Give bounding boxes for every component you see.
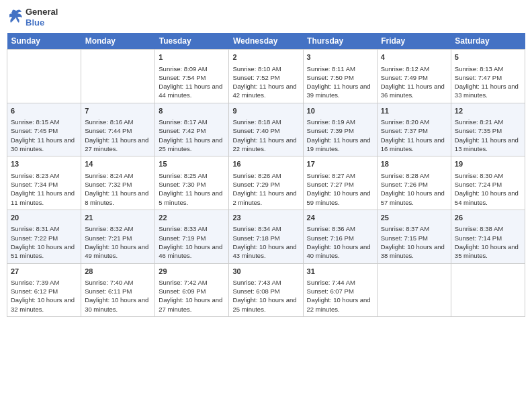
day-info: Sunrise: 7:43 AMSunset: 6:08 PMDaylight:…: [232, 278, 299, 314]
day-number: 13: [11, 159, 77, 169]
day-number: 23: [232, 213, 299, 223]
day-number: 31: [307, 267, 373, 277]
day-info: Sunrise: 8:13 AMSunset: 7:47 PMDaylight:…: [455, 64, 521, 100]
day-info: Sunrise: 8:23 AMSunset: 7:34 PMDaylight:…: [11, 171, 77, 207]
calendar-cell: 1Sunrise: 8:09 AMSunset: 7:54 PMDaylight…: [155, 50, 229, 103]
calendar-cell: 4Sunrise: 8:12 AMSunset: 7:49 PMDaylight…: [377, 50, 451, 103]
day-info: Sunrise: 8:19 AMSunset: 7:39 PMDaylight:…: [307, 118, 373, 153]
weekday-header-row: SundayMondayTuesdayWednesdayThursdayFrid…: [7, 33, 525, 50]
day-number: 29: [159, 267, 225, 277]
day-number: 30: [232, 267, 299, 277]
calendar-cell: 24Sunrise: 8:36 AMSunset: 7:16 PMDayligh…: [303, 210, 377, 263]
day-number: 17: [307, 159, 373, 169]
calendar-cell: [377, 263, 451, 317]
day-info: Sunrise: 8:17 AMSunset: 7:42 PMDaylight:…: [159, 118, 225, 153]
calendar-cell: 19Sunrise: 8:30 AMSunset: 7:24 PMDayligh…: [451, 156, 525, 210]
day-info: Sunrise: 8:24 AMSunset: 7:32 PMDaylight:…: [85, 171, 151, 207]
day-number: 3: [307, 52, 373, 62]
calendar-cell: 23Sunrise: 8:34 AMSunset: 7:18 PMDayligh…: [229, 210, 303, 263]
calendar-cell: 13Sunrise: 8:23 AMSunset: 7:34 PMDayligh…: [7, 156, 81, 210]
day-number: 4: [381, 52, 447, 62]
logo-text: General Blue: [26, 7, 58, 28]
calendar-week-1: 6Sunrise: 8:15 AMSunset: 7:45 PMDaylight…: [7, 103, 525, 156]
calendar-cell: 20Sunrise: 8:31 AMSunset: 7:22 PMDayligh…: [7, 210, 81, 263]
logo-line2: Blue: [26, 17, 58, 28]
day-number: 25: [381, 213, 447, 223]
day-number: 7: [85, 106, 151, 116]
calendar-cell: 8Sunrise: 8:17 AMSunset: 7:42 PMDaylight…: [155, 103, 229, 156]
day-info: Sunrise: 7:44 AMSunset: 6:07 PMDaylight:…: [307, 278, 373, 314]
day-info: Sunrise: 8:33 AMSunset: 7:19 PMDaylight:…: [159, 224, 225, 260]
day-info: Sunrise: 8:12 AMSunset: 7:49 PMDaylight:…: [381, 64, 447, 100]
calendar-cell: 17Sunrise: 8:27 AMSunset: 7:27 PMDayligh…: [303, 156, 377, 210]
day-number: 19: [455, 159, 521, 169]
day-info: Sunrise: 8:18 AMSunset: 7:40 PMDaylight:…: [232, 118, 299, 153]
day-number: 6: [11, 106, 77, 116]
day-info: Sunrise: 8:09 AMSunset: 7:54 PMDaylight:…: [159, 64, 225, 100]
day-number: 21: [85, 213, 151, 223]
day-info: Sunrise: 8:10 AMSunset: 7:52 PMDaylight:…: [232, 64, 299, 100]
day-info: Sunrise: 8:38 AMSunset: 7:14 PMDaylight:…: [455, 224, 521, 260]
calendar-cell: 22Sunrise: 8:33 AMSunset: 7:19 PMDayligh…: [155, 210, 229, 263]
weekday-header-sunday: Sunday: [7, 33, 81, 50]
day-number: 20: [11, 213, 77, 223]
calendar-header: SundayMondayTuesdayWednesdayThursdayFrid…: [7, 33, 525, 50]
day-number: 10: [307, 106, 373, 116]
calendar-cell: 7Sunrise: 8:16 AMSunset: 7:44 PMDaylight…: [81, 103, 155, 156]
calendar-cell: [81, 50, 155, 103]
weekday-header-wednesday: Wednesday: [229, 33, 303, 50]
day-info: Sunrise: 8:21 AMSunset: 7:35 PMDaylight:…: [455, 118, 521, 153]
day-info: Sunrise: 8:34 AMSunset: 7:18 PMDaylight:…: [232, 224, 299, 260]
calendar-cell: 25Sunrise: 8:37 AMSunset: 7:15 PMDayligh…: [377, 210, 451, 263]
logo-bird-icon: [9, 8, 23, 27]
day-info: Sunrise: 8:16 AMSunset: 7:44 PMDaylight:…: [85, 118, 151, 153]
calendar-cell: 10Sunrise: 8:19 AMSunset: 7:39 PMDayligh…: [303, 103, 377, 156]
calendar-cell: 9Sunrise: 8:18 AMSunset: 7:40 PMDaylight…: [229, 103, 303, 156]
day-info: Sunrise: 8:27 AMSunset: 7:27 PMDaylight:…: [307, 171, 373, 207]
page-header: General Blue: [7, 7, 525, 28]
day-number: 24: [307, 213, 373, 223]
day-number: 14: [85, 159, 151, 169]
day-number: 22: [159, 213, 225, 223]
day-info: Sunrise: 8:37 AMSunset: 7:15 PMDaylight:…: [381, 224, 447, 260]
calendar-cell: [451, 263, 525, 317]
calendar-week-4: 27Sunrise: 7:39 AMSunset: 6:12 PMDayligh…: [7, 263, 525, 317]
day-info: Sunrise: 7:42 AMSunset: 6:09 PMDaylight:…: [159, 278, 225, 314]
calendar-cell: 12Sunrise: 8:21 AMSunset: 7:35 PMDayligh…: [451, 103, 525, 156]
day-info: Sunrise: 8:28 AMSunset: 7:26 PMDaylight:…: [381, 171, 447, 207]
logo: General Blue: [9, 7, 58, 28]
calendar-cell: 14Sunrise: 8:24 AMSunset: 7:32 PMDayligh…: [81, 156, 155, 210]
day-number: 9: [232, 106, 299, 116]
day-number: 12: [455, 106, 521, 116]
day-info: Sunrise: 8:36 AMSunset: 7:16 PMDaylight:…: [307, 224, 373, 260]
day-number: 27: [11, 267, 77, 277]
calendar-week-3: 20Sunrise: 8:31 AMSunset: 7:22 PMDayligh…: [7, 210, 525, 263]
day-info: Sunrise: 8:32 AMSunset: 7:21 PMDaylight:…: [85, 224, 151, 260]
calendar-cell: 21Sunrise: 8:32 AMSunset: 7:21 PMDayligh…: [81, 210, 155, 263]
calendar-cell: 5Sunrise: 8:13 AMSunset: 7:47 PMDaylight…: [451, 50, 525, 103]
calendar-cell: 18Sunrise: 8:28 AMSunset: 7:26 PMDayligh…: [377, 156, 451, 210]
weekday-header-thursday: Thursday: [303, 33, 377, 50]
day-number: 16: [232, 159, 299, 169]
day-info: Sunrise: 7:39 AMSunset: 6:12 PMDaylight:…: [11, 278, 77, 314]
day-number: 1: [159, 52, 225, 62]
day-info: Sunrise: 8:26 AMSunset: 7:29 PMDaylight:…: [232, 171, 299, 207]
calendar-cell: 2Sunrise: 8:10 AMSunset: 7:52 PMDaylight…: [229, 50, 303, 103]
weekday-header-tuesday: Tuesday: [155, 33, 229, 50]
calendar-cell: 6Sunrise: 8:15 AMSunset: 7:45 PMDaylight…: [7, 103, 81, 156]
day-number: 2: [232, 52, 299, 62]
calendar-table: SundayMondayTuesdayWednesdayThursdayFrid…: [7, 33, 525, 317]
day-number: 26: [455, 213, 521, 223]
day-info: Sunrise: 8:20 AMSunset: 7:37 PMDaylight:…: [381, 118, 447, 153]
day-number: 11: [381, 106, 447, 116]
day-info: Sunrise: 8:25 AMSunset: 7:30 PMDaylight:…: [159, 171, 225, 207]
day-number: 8: [159, 106, 225, 116]
calendar-cell: 3Sunrise: 8:11 AMSunset: 7:50 PMDaylight…: [303, 50, 377, 103]
day-number: 15: [159, 159, 225, 169]
calendar-cell: 15Sunrise: 8:25 AMSunset: 7:30 PMDayligh…: [155, 156, 229, 210]
weekday-header-friday: Friday: [377, 33, 451, 50]
calendar-cell: 31Sunrise: 7:44 AMSunset: 6:07 PMDayligh…: [303, 263, 377, 317]
day-info: Sunrise: 8:31 AMSunset: 7:22 PMDaylight:…: [11, 224, 77, 260]
day-number: 28: [85, 267, 151, 277]
day-number: 18: [381, 159, 447, 169]
